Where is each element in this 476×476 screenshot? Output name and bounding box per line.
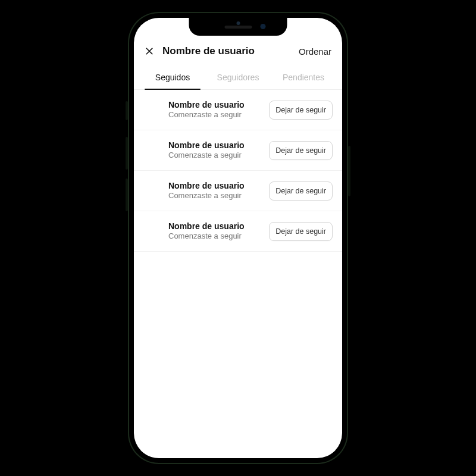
page-title: Nombre de usuario — [162, 45, 255, 57]
tabs: Seguidos Seguidores Pendientes — [134, 63, 342, 90]
tab-label: Seguidos — [155, 73, 190, 82]
list-item-text: Nombre de usuario Comenzaste a seguir — [168, 221, 262, 242]
list-item-text: Nombre de usuario Comenzaste a seguir — [168, 140, 262, 161]
list-item-name: Nombre de usuario — [168, 180, 262, 191]
close-icon[interactable] — [143, 45, 155, 57]
list-item: Nombre de usuario Comenzaste a seguir De… — [134, 211, 342, 252]
following-list: Nombre de usuario Comenzaste a seguir De… — [134, 90, 342, 252]
list-item-sub: Comenzaste a seguir — [168, 191, 262, 201]
app-content: Nombre de usuario Ordenar Seguidos Segui… — [134, 18, 342, 458]
header: Nombre de usuario Ordenar — [134, 40, 342, 63]
phone-side-button — [126, 101, 128, 120]
tab-seguidores[interactable]: Seguidores — [205, 67, 271, 89]
unfollow-button[interactable]: Dejar de seguir — [269, 141, 333, 160]
list-item-sub: Comenzaste a seguir — [168, 110, 262, 120]
list-item-text: Nombre de usuario Comenzaste a seguir — [168, 180, 262, 201]
phone-side-button — [126, 137, 128, 170]
unfollow-button[interactable]: Dejar de seguir — [269, 222, 333, 241]
list-item: Nombre de usuario Comenzaste a seguir De… — [134, 130, 342, 171]
phone-screen: Nombre de usuario Ordenar Seguidos Segui… — [134, 18, 342, 458]
list-item-name: Nombre de usuario — [168, 140, 262, 151]
phone-notch — [189, 18, 287, 36]
list-item-name: Nombre de usuario — [168, 221, 262, 231]
tab-label: Seguidores — [217, 73, 259, 82]
unfollow-button[interactable]: Dejar de seguir — [269, 181, 333, 201]
phone-frame: Nombre de usuario Ordenar Seguidos Segui… — [128, 12, 348, 464]
list-item-sub: Comenzaste a seguir — [168, 231, 262, 242]
phone-side-button — [126, 178, 128, 211]
unfollow-button[interactable]: Dejar de seguir — [269, 101, 333, 120]
list-item-sub: Comenzaste a seguir — [168, 151, 262, 161]
sort-button[interactable]: Ordenar — [299, 46, 331, 57]
list-item-name: Nombre de usuario — [168, 99, 262, 110]
tab-seguidos[interactable]: Seguidos — [140, 67, 205, 89]
tab-pendientes[interactable]: Pendientes — [271, 67, 336, 89]
list-item: Nombre de usuario Comenzaste a seguir De… — [134, 90, 342, 130]
phone-side-button — [348, 146, 350, 196]
tab-label: Pendientes — [283, 73, 324, 82]
list-item: Nombre de usuario Comenzaste a seguir De… — [134, 171, 342, 211]
list-item-text: Nombre de usuario Comenzaste a seguir — [168, 99, 262, 120]
